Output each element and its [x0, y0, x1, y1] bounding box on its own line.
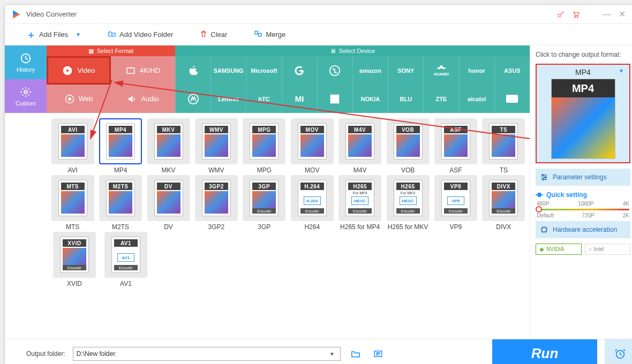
center-panel: ▦Select Format 🖥Select Device Video Web [47, 46, 530, 339]
format-m2ts[interactable]: M2TSM2TS [97, 175, 143, 231]
open-folder-button[interactable] [348, 346, 363, 361]
svg-point-3 [575, 16, 576, 17]
brand-amazon[interactable]: amazon [352, 56, 388, 85]
hardware-accel-button[interactable]: Hardware acceleration [536, 221, 630, 238]
format-divx[interactable]: DIVXEncoderDIVX [481, 175, 526, 231]
add-files-button[interactable]: ＋ Add Files ▼ [26, 28, 81, 41]
cart-icon[interactable] [568, 7, 583, 22]
format-mpg[interactable]: MPGMPG [242, 118, 287, 174]
merge-button[interactable]: Merge [254, 30, 285, 39]
add-folder-button[interactable]: Add Video Folder [108, 30, 173, 39]
brand-microsoft[interactable]: Microsoft [246, 56, 281, 85]
brand-apple[interactable] [175, 56, 210, 85]
tab-select-format[interactable]: ▦Select Format [47, 46, 175, 56]
svg-point-15 [333, 68, 334, 70]
quick-setting-slider[interactable]: 480P1080P4K Default720P2K [537, 201, 629, 216]
format-av1[interactable]: AV1AV1EncoderAV1 [101, 232, 151, 287]
slider-thumb[interactable] [536, 206, 542, 213]
schedule-button[interactable] [605, 339, 632, 364]
gpu-intel-button[interactable]: ○Intel [585, 244, 631, 255]
brand-g[interactable] [282, 56, 317, 85]
brand-alcatel[interactable]: alcatel [459, 85, 494, 113]
history-button[interactable]: History [5, 46, 47, 79]
format-m4v[interactable]: M4VM4V [337, 118, 382, 174]
format-wmv[interactable]: WMVWMV [193, 118, 239, 174]
format-mov[interactable]: MOVMOV [289, 118, 335, 174]
close-button[interactable]: ✕ [614, 7, 629, 22]
category-4k-hd[interactable]: 4K/HD [111, 56, 175, 85]
brand-mi[interactable]: MI [282, 85, 317, 113]
gpu-nvidia-button[interactable]: ◉NVIDIA [536, 244, 582, 255]
dropdown-icon[interactable]: ▼ [76, 32, 81, 37]
brand-htc[interactable]: hTC [246, 85, 281, 113]
category-audio[interactable]: Audio [111, 85, 175, 113]
format-3gp[interactable]: 3GPEncoder3GP [242, 175, 287, 231]
app-title: Video Converter [26, 10, 553, 18]
chrome-icon [65, 94, 74, 104]
trash-icon [200, 29, 207, 40]
bottom-bar: Output folder: D:\New folder ▾ Run [5, 339, 632, 364]
svg-point-4 [577, 16, 578, 17]
brand-blu[interactable]: BLU [388, 85, 423, 113]
device-icon: 🖥 [330, 48, 336, 54]
brand-lg[interactable] [317, 56, 352, 85]
header-tabstrip: ▦Select Format 🖥Select Device [47, 46, 530, 56]
tab-select-device[interactable]: 🖥Select Device [175, 46, 530, 56]
path-dropdown-icon[interactable]: ▾ [327, 350, 337, 358]
run-button[interactable]: Run [492, 339, 597, 364]
output-hint: Click to change output format: [536, 51, 630, 58]
add-files-label: Add Files [39, 31, 68, 39]
merge-icon [254, 30, 262, 39]
category-video[interactable]: Video [47, 56, 111, 85]
intel-icon: ○ [589, 246, 592, 252]
format-mp4[interactable]: MP4MP4 [97, 118, 143, 174]
folder-plus-icon [108, 30, 116, 39]
format-h265-for-mkv[interactable]: H265For MKVHEVCEncoderH265 for MKV [385, 175, 431, 231]
brand-moto[interactable] [175, 85, 210, 113]
playlist-button[interactable] [371, 346, 386, 361]
minimize-button[interactable]: — [599, 7, 614, 22]
clear-button[interactable]: Clear [200, 29, 227, 40]
right-panel: Click to change output format: MP4▼ MP4 … [530, 46, 632, 339]
speaker-icon [127, 94, 137, 104]
custom-button[interactable]: Custom [5, 79, 47, 113]
hd-icon [126, 66, 136, 75]
format-asf[interactable]: ASFASF [433, 118, 478, 174]
brand-nokia[interactable]: NOKIA [352, 85, 388, 113]
format-ts[interactable]: TSTS [481, 118, 526, 174]
format-avi[interactable]: AVIAVI [50, 118, 95, 174]
output-format-box[interactable]: MP4▼ MP4 [536, 64, 630, 163]
parameter-settings-button[interactable]: Parameter settings [536, 169, 630, 186]
format-vp9[interactable]: VP9VP9EncoderVP9 [433, 175, 478, 231]
brand-tv[interactable]: TV [494, 85, 530, 113]
format-h264[interactable]: H.264H.264EncoderH264 [289, 175, 335, 231]
format-h265-for-mp4[interactable]: H265For MP4HEVCEncoderH265 for MP4 [337, 175, 382, 231]
brand-sony[interactable]: SONY [388, 56, 423, 85]
brand-zte[interactable]: ZTE [423, 85, 458, 113]
app-window: Video Converter — ✕ ＋ Add Files ▼ Add Vi… [4, 4, 632, 364]
format-dv[interactable]: DVDV [146, 175, 191, 231]
brand-honor[interactable]: honor [459, 56, 494, 85]
svg-point-21 [545, 177, 546, 178]
output-folder-input[interactable]: D:\New folder ▾ [73, 347, 341, 361]
format-mts[interactable]: MTSMTS [50, 175, 95, 231]
register-key-icon[interactable] [553, 7, 568, 22]
brand-samsung[interactable]: SAMSUNG [210, 56, 246, 85]
format-xvid[interactable]: XVIDEncoderXVID [50, 232, 99, 287]
format-mkv[interactable]: MKVMKV [146, 118, 191, 174]
category-web[interactable]: Web [47, 85, 111, 113]
add-folder-label: Add Video Folder [119, 31, 173, 39]
format-3gp2[interactable]: 3GP23GP2 [193, 175, 239, 231]
brand-lenovo[interactable]: Lenovo [210, 85, 246, 113]
brand-oneplus[interactable] [317, 85, 352, 113]
svg-point-2 [558, 14, 561, 17]
output-format-thumb: MP4 [551, 79, 615, 159]
chip-icon [540, 225, 548, 234]
brand-huawei[interactable]: HUAWEI [423, 56, 458, 85]
plus-icon: ＋ [26, 28, 36, 41]
chevron-down-icon: ▼ [619, 68, 624, 74]
svg-rect-23 [542, 228, 546, 232]
format-vob[interactable]: VOBVOB [385, 118, 431, 174]
format-icon: ▦ [88, 48, 94, 55]
brand-asus[interactable]: ASUS [494, 56, 530, 85]
